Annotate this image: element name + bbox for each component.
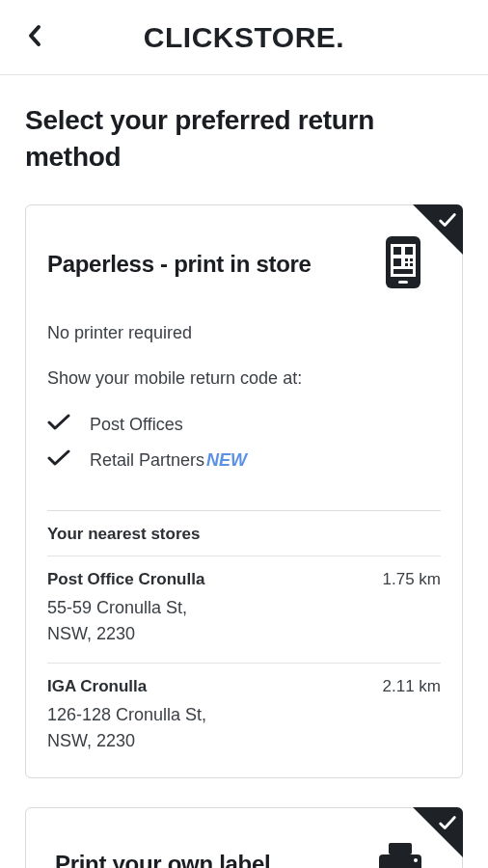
nearest-stores-heading: Your nearest stores bbox=[47, 511, 441, 556]
nearest-stores-section: Your nearest stores Post Office Cronulla… bbox=[47, 510, 441, 754]
store-address-line: 126-128 Cronulla St, bbox=[47, 702, 206, 728]
card-header: Paperless - print in store bbox=[47, 234, 441, 294]
svg-rect-2 bbox=[393, 247, 401, 255]
chevron-left-icon bbox=[27, 24, 42, 47]
card-title: Paperless - print in store bbox=[47, 251, 312, 278]
new-badge: NEW bbox=[206, 450, 247, 471]
store-name: IGA Cronulla bbox=[47, 677, 206, 696]
svg-rect-11 bbox=[389, 843, 412, 854]
selected-check-icon bbox=[437, 209, 458, 234]
card-header: Print your own label bbox=[55, 843, 441, 868]
svg-rect-9 bbox=[393, 269, 413, 274]
svg-point-13 bbox=[414, 858, 418, 862]
svg-rect-6 bbox=[410, 258, 413, 261]
store-distance: 1.75 km bbox=[383, 570, 441, 589]
card-sub-show-code: Show your mobile return code at: bbox=[47, 368, 441, 389]
check-icon bbox=[47, 414, 70, 436]
svg-rect-5 bbox=[405, 258, 408, 261]
store-address-line: NSW, 2230 bbox=[47, 621, 204, 647]
store-name: Post Office Cronulla bbox=[47, 570, 204, 589]
store-address-line: NSW, 2230 bbox=[47, 728, 206, 754]
list-item-label: Post Offices bbox=[90, 415, 183, 435]
main-content: Select your preferred return method Pape… bbox=[0, 75, 488, 868]
app-header: CLICKSTORE. bbox=[0, 0, 488, 75]
card-title: Print your own label bbox=[55, 851, 270, 868]
card-sub-no-printer: No printer required bbox=[47, 323, 441, 343]
list-item-label: Retail Partners bbox=[90, 450, 204, 471]
return-method-print-label-card[interactable]: Print your own label bbox=[25, 807, 463, 868]
list-item: Retail Partners NEW bbox=[47, 449, 441, 472]
store-distance: 2.11 km bbox=[383, 677, 441, 696]
svg-rect-3 bbox=[405, 247, 413, 255]
svg-rect-7 bbox=[405, 263, 408, 266]
drop-off-list: Post Offices Retail Partners NEW bbox=[47, 414, 441, 472]
svg-rect-4 bbox=[393, 258, 401, 266]
svg-rect-10 bbox=[398, 281, 408, 284]
selected-check-icon bbox=[437, 812, 458, 837]
store-row: Post Office Cronulla 55-59 Cronulla St, … bbox=[47, 556, 441, 664]
return-method-paperless-card[interactable]: Paperless - print in store No printer bbox=[25, 204, 463, 778]
list-item: Post Offices bbox=[47, 414, 441, 436]
brand-logo: CLICKSTORE. bbox=[144, 21, 344, 54]
svg-rect-8 bbox=[410, 263, 413, 266]
check-icon bbox=[47, 449, 70, 472]
store-row: IGA Cronulla 126-128 Cronulla St, NSW, 2… bbox=[47, 664, 441, 754]
page-title: Select your preferred return method bbox=[25, 102, 463, 176]
store-address-line: 55-59 Cronulla St, bbox=[47, 595, 204, 621]
back-button[interactable] bbox=[27, 24, 42, 51]
